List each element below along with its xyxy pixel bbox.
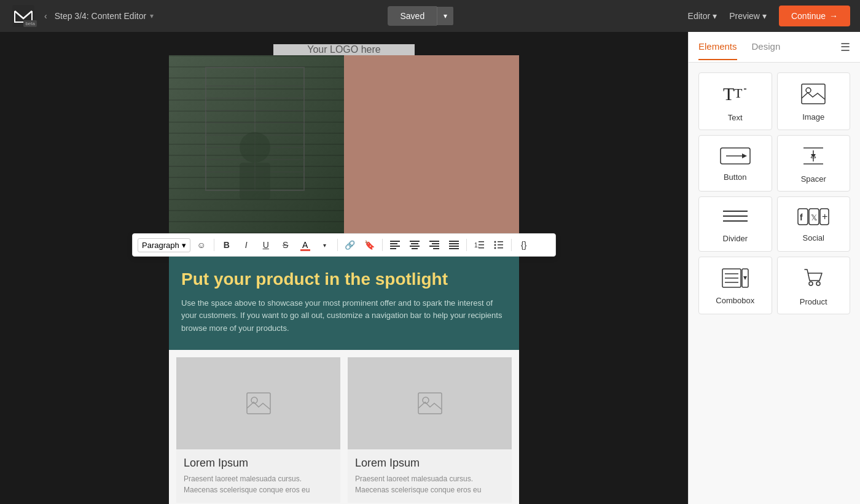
element-product[interactable]: Product <box>777 257 851 314</box>
button-element-icon <box>720 147 751 168</box>
svg-rect-39 <box>247 393 270 414</box>
saved-dropdown-button[interactable]: ▾ <box>437 7 453 25</box>
logo-placeholder[interactable]: Your LOGO here <box>273 44 415 55</box>
product-grid: Lorem Ipsum Praesent laoreet malesuada c… <box>169 350 519 504</box>
image-element-icon <box>801 83 826 107</box>
saved-label: Saved <box>400 11 424 21</box>
product-desc-1: Praesent laoreet malesuada cursus. Maece… <box>184 473 333 495</box>
more-options-button[interactable]: {} <box>515 236 533 254</box>
right-panel: Elements Design ☰ T T Text <box>688 32 860 504</box>
ordered-list-button[interactable]: 1. <box>471 236 488 254</box>
hero-image[interactable] <box>169 55 519 233</box>
svg-rect-37 <box>498 244 503 246</box>
element-spacer[interactable]: Spacer <box>777 135 851 192</box>
bold-button[interactable]: B <box>218 236 235 254</box>
preview-arrow: ▾ <box>762 11 767 21</box>
element-social[interactable]: f 𝕏 + Social <box>777 196 851 252</box>
svg-point-34 <box>494 244 496 246</box>
element-text[interactable]: T T Text <box>698 72 772 130</box>
text-toolbar: Paragraph ▾ ☺ B I U S A ▾ 🔗 <box>132 233 556 257</box>
hero-image-right <box>344 55 519 233</box>
svg-text:T: T <box>734 85 743 101</box>
step-indicator[interactable]: Step 3/4: Content Editor ▾ <box>55 11 154 21</box>
bookmark-button[interactable]: 🔖 <box>361 236 378 254</box>
editor-label: Editor <box>688 11 711 21</box>
svg-rect-31 <box>479 244 484 246</box>
align-left-button[interactable] <box>386 236 404 254</box>
svg-rect-36 <box>498 241 503 242</box>
svg-marker-71 <box>743 276 747 280</box>
underline-button[interactable]: U <box>257 236 275 254</box>
saved-dropdown-arrow: ▾ <box>444 12 447 20</box>
element-button[interactable]: Button <box>698 135 772 192</box>
svg-rect-18 <box>411 243 418 244</box>
social-element-icon: f 𝕏 + <box>797 208 829 228</box>
product-image-icon-2 <box>418 392 442 414</box>
element-image[interactable]: Image <box>777 72 851 130</box>
panel-menu-icon[interactable]: ☰ <box>840 41 850 61</box>
svg-point-73 <box>816 282 820 285</box>
italic-button[interactable]: I <box>238 236 255 254</box>
align-center-button[interactable] <box>406 236 423 254</box>
hero-image-left-inner <box>169 55 344 233</box>
tab-design-label: Design <box>752 41 781 52</box>
product-desc-2: Praesent laoreet malesuada cursus. Maece… <box>355 473 504 495</box>
back-button[interactable]: ‹ <box>44 11 47 21</box>
toolbar-divider-4 <box>466 239 467 251</box>
align-right-button[interactable] <box>426 236 443 254</box>
svg-rect-38 <box>498 247 503 249</box>
text-element-icon: T T <box>722 83 749 108</box>
link-button[interactable]: 🔗 <box>342 236 359 254</box>
element-combobox[interactable]: Combobox <box>698 257 772 314</box>
saved-button[interactable]: Saved <box>388 6 437 26</box>
svg-rect-25 <box>449 241 459 242</box>
product-title-1: Lorem Ipsum <box>184 457 333 470</box>
svg-point-35 <box>494 247 496 249</box>
tab-elements[interactable]: Elements <box>698 41 737 60</box>
text-element-label: Text <box>728 113 743 122</box>
button-element-label: Button <box>724 173 747 182</box>
color-underline <box>300 249 310 251</box>
divider-element-icon <box>722 207 749 229</box>
product-info-1: Lorem Ipsum Praesent laoreet malesuada c… <box>176 449 340 503</box>
svg-point-72 <box>809 282 813 285</box>
combobox-element-label: Combobox <box>716 296 754 305</box>
element-divider[interactable]: Divider <box>698 196 772 252</box>
toolbar-divider-1 <box>214 239 214 251</box>
canvas-area[interactable]: Your LOGO here <box>0 32 688 504</box>
product-title-2: Lorem Ipsum <box>355 457 504 470</box>
font-color-dropdown[interactable]: ▾ <box>316 236 334 254</box>
svg-rect-13 <box>390 241 400 242</box>
product-card-2[interactable]: Lorem Ipsum Praesent laoreet malesuada c… <box>348 357 512 503</box>
step-dropdown-arrow: ▾ <box>150 12 154 20</box>
preview-menu[interactable]: Preview ▾ <box>729 11 767 21</box>
emoji-button[interactable]: ☺ <box>193 236 210 254</box>
svg-marker-50 <box>742 153 747 158</box>
svg-rect-30 <box>479 241 484 242</box>
editor-menu[interactable]: Editor ▾ <box>688 11 717 21</box>
tab-design[interactable]: Design <box>752 41 781 60</box>
svg-text:f: f <box>800 212 803 222</box>
svg-rect-17 <box>410 241 420 242</box>
panel-tabs: Elements Design ☰ <box>689 32 860 63</box>
continue-button[interactable]: Continue → <box>779 6 850 26</box>
svg-rect-46 <box>802 84 825 104</box>
unordered-list-button[interactable] <box>490 236 507 254</box>
font-color-button[interactable]: A <box>297 236 314 254</box>
svg-rect-24 <box>433 248 439 249</box>
product-card-1[interactable]: Lorem Ipsum Praesent laoreet malesuada c… <box>176 357 340 503</box>
email-block: Paragraph ▾ ☺ B I U S A ▾ 🔗 <box>169 55 519 504</box>
saved-button-group: Saved ▾ <box>388 6 453 26</box>
text-content-block[interactable]: Put your product in the spotlight Use th… <box>169 257 519 350</box>
paragraph-label: Paragraph <box>142 241 179 250</box>
social-element-label: Social <box>803 233 824 242</box>
svg-rect-15 <box>390 246 400 247</box>
hero-image-left <box>169 55 344 233</box>
paragraph-select[interactable]: Paragraph ▾ <box>138 238 190 252</box>
image-element-label: Image <box>802 112 824 122</box>
justify-button[interactable] <box>445 236 463 254</box>
strikethrough-button[interactable]: S <box>277 236 294 254</box>
toolbar-divider-3 <box>382 239 383 251</box>
svg-rect-23 <box>429 246 439 247</box>
svg-rect-27 <box>449 246 459 247</box>
